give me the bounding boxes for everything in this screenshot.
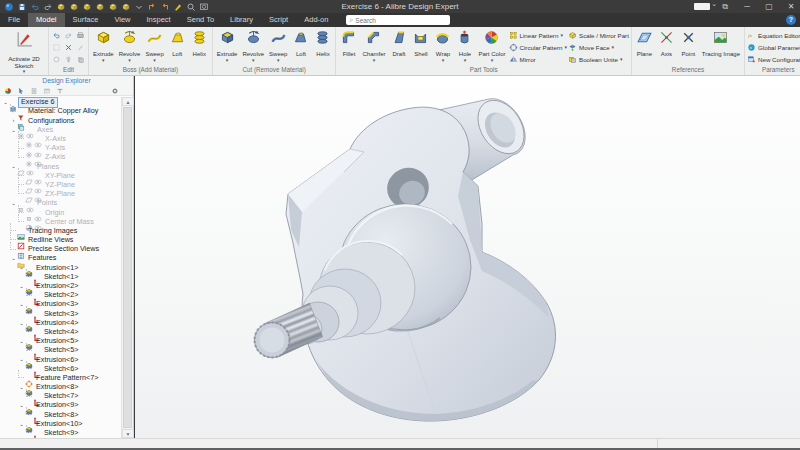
- maximize-button[interactable]: ▢: [762, 0, 776, 13]
- menu-tab-inspect[interactable]: Inspect: [139, 13, 179, 27]
- help-icon[interactable]: ?: [786, 15, 796, 25]
- workspace-pill[interactable]: [694, 3, 710, 10]
- group-caption: Boss (Add Material): [89, 65, 212, 75]
- chamfer-button[interactable]: Chamfer▾: [360, 28, 387, 62]
- menu-tab-file[interactable]: File: [0, 13, 28, 27]
- tree-item-features[interactable]: ⌄Features: [0, 254, 121, 263]
- delete-icon[interactable]: [63, 42, 74, 53]
- visibility-eye-icon[interactable]: [26, 200, 34, 208]
- helix-button[interactable]: Helix: [189, 28, 210, 58]
- activate-d-sketch-button[interactable]: Activate 2D Sketch▾: [2, 28, 46, 73]
- expander-open-icon[interactable]: ⌄: [18, 263, 25, 272]
- fillet-button[interactable]: Fillet: [338, 28, 359, 58]
- menu-tab-model[interactable]: Model: [28, 13, 64, 27]
- expander-open-icon[interactable]: ⌄: [10, 254, 17, 263]
- part-color-icon: [483, 29, 500, 50]
- wrap-button[interactable]: Wrap▾: [432, 28, 453, 62]
- tree-scrollbar[interactable]: ▲ ▼: [121, 97, 133, 438]
- menu-tab-send-to[interactable]: Send To: [179, 13, 222, 27]
- menu-tab-view[interactable]: View: [106, 13, 138, 27]
- paste-gray-icon[interactable]: [75, 54, 86, 65]
- extrude-button[interactable]: Extrude▾: [215, 28, 240, 62]
- tree-item-extrusion-3-[interactable]: ⌄Extrusion<3>: [0, 300, 121, 309]
- point-button[interactable]: Point: [678, 28, 699, 58]
- expander-open-icon[interactable]: ⌄: [18, 355, 25, 364]
- move-face-button[interactable]: Move Face▾: [568, 42, 629, 52]
- sweep-button[interactable]: Sweep▾: [143, 28, 165, 62]
- restore-window-icon[interactable]: ⧉: [718, 0, 732, 13]
- tracing-image-button[interactable]: Tracing Image: [700, 28, 742, 58]
- helix-button[interactable]: Helix: [312, 28, 333, 58]
- visibility-eye-icon[interactable]: [34, 209, 42, 217]
- sketch-icon: [33, 411, 41, 419]
- sweep-button[interactable]: Sweep▾: [267, 28, 289, 62]
- expander-closed-icon[interactable]: ›: [10, 116, 17, 125]
- hole-button[interactable]: Hole▾: [454, 28, 475, 62]
- menu-tab-surface[interactable]: Surface: [65, 13, 107, 27]
- expander-open-icon[interactable]: ⌄: [10, 162, 17, 171]
- 3d-viewport[interactable]: [135, 76, 800, 438]
- revolve-button[interactable]: Revolve▾: [117, 28, 143, 62]
- tree-item-material-copper-alloy[interactable]: Material: Copper Alloy: [0, 107, 121, 116]
- close-button[interactable]: ✕: [784, 0, 798, 13]
- expander-open-icon[interactable]: ⌄: [18, 420, 25, 429]
- mirror-button[interactable]: Mirror: [509, 54, 568, 64]
- extrude-button[interactable]: Extrude▾: [91, 28, 116, 62]
- scale-mirror-part-button[interactable]: Scale / Mirror Part: [568, 30, 629, 40]
- activate-sketch-icon: [14, 29, 35, 54]
- visibility-eye-icon[interactable]: [34, 218, 42, 226]
- visibility-eye-icon[interactable]: [34, 172, 42, 180]
- expander-open-icon[interactable]: ⌄: [18, 282, 25, 291]
- scroll-up-icon[interactable]: ▲: [122, 97, 134, 106]
- title-bar: Exercise 6 - Alibre Design Expert ⧉ ─ ▢ …: [0, 0, 800, 13]
- 3d-model-crank[interactable]: [135, 76, 800, 438]
- expander-open-icon[interactable]: ⌄: [10, 126, 17, 135]
- visibility-eye-icon[interactable]: [34, 190, 42, 198]
- scrollbar-thumb[interactable]: [123, 107, 132, 428]
- tree-item-configurations[interactable]: ›Configurations: [0, 116, 121, 125]
- tree-item-extrusion-9-[interactable]: ⌄Extrusion<9>: [0, 401, 121, 410]
- print-icon[interactable]: [75, 30, 86, 41]
- visibility-eye-icon[interactable]: [34, 135, 42, 143]
- edit-gray-icon[interactable]: [75, 42, 86, 53]
- shell-button[interactable]: Shell: [410, 28, 431, 58]
- draft-button[interactable]: Draft: [388, 28, 409, 58]
- plane-button[interactable]: Plane: [634, 28, 655, 58]
- expander-open-icon[interactable]: ⌄: [18, 337, 25, 346]
- tree-item-sketch-5-[interactable]: Sketch<5>: [0, 346, 121, 355]
- redo-icon[interactable]: [63, 30, 74, 41]
- expander-open-icon[interactable]: ⌄: [18, 383, 25, 392]
- visibility-eye-icon[interactable]: [26, 163, 34, 171]
- expander-open-icon[interactable]: ⌄: [10, 199, 17, 208]
- menu-tab-script[interactable]: Script: [261, 13, 296, 27]
- search-input[interactable]: ⌕: [346, 15, 450, 25]
- circle-gray-icon[interactable]: [51, 54, 62, 65]
- visibility-eye-icon[interactable]: [34, 145, 42, 153]
- new-configuration-button[interactable]: New Configuration: [747, 54, 800, 64]
- expander-open-icon[interactable]: ⌄: [18, 319, 25, 328]
- axis-button[interactable]: Axis: [656, 28, 677, 58]
- loft-button[interactable]: Loft: [290, 28, 311, 58]
- search-field[interactable]: [355, 17, 445, 24]
- expander-open-icon[interactable]: ⌄: [18, 401, 25, 410]
- expander-open-icon[interactable]: ⌄: [18, 300, 25, 309]
- loft-button[interactable]: Loft: [167, 28, 188, 58]
- tree-item-precise-section-views[interactable]: Precise Section Views: [0, 245, 121, 254]
- visibility-eye-icon[interactable]: [26, 126, 34, 134]
- minimize-button[interactable]: ─: [740, 0, 754, 13]
- wrap-icon: [434, 29, 451, 50]
- brush-gray-icon[interactable]: [63, 54, 74, 65]
- select-gray-icon[interactable]: [51, 42, 62, 53]
- scroll-down-icon[interactable]: ▼: [122, 429, 134, 438]
- expander-open-icon[interactable]: ⌄: [2, 98, 9, 107]
- menu-tab-library[interactable]: Library: [222, 13, 261, 27]
- visibility-eye-icon[interactable]: [34, 154, 42, 162]
- part-color-button[interactable]: Part Color▾: [476, 28, 507, 62]
- tree-item-z-axis[interactable]: Z-Axis: [0, 153, 121, 162]
- revolve-button[interactable]: Revolve▾: [240, 28, 266, 62]
- boolean-unite-button[interactable]: Boolean Unite▾: [568, 54, 629, 64]
- menu-tab-add-on[interactable]: Add-on: [296, 13, 336, 27]
- visibility-eye-icon[interactable]: [34, 181, 42, 189]
- tree-item-zx-plane[interactable]: ZX-Plane: [0, 190, 121, 199]
- undo-icon[interactable]: [51, 30, 62, 41]
